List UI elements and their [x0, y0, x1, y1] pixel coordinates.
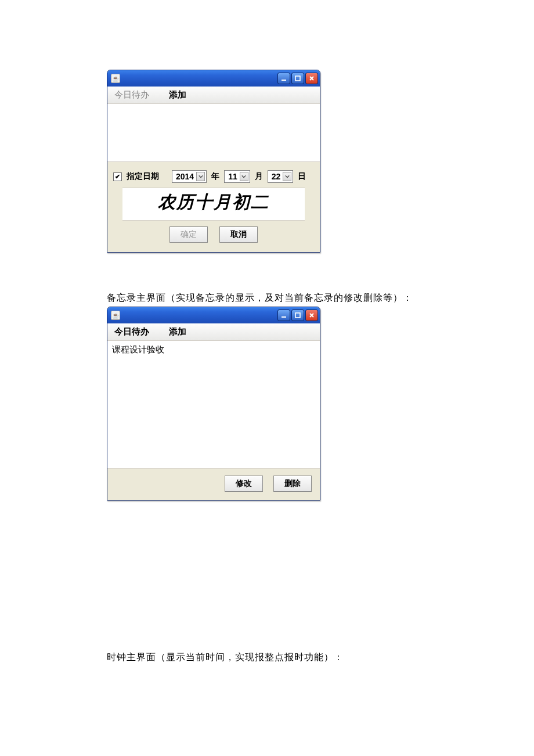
minimize-button[interactable]: [277, 73, 290, 84]
java-icon: ☕: [111, 311, 120, 320]
java-icon: ☕: [111, 74, 120, 83]
year-select[interactable]: 2014: [172, 170, 207, 183]
specify-date-checkbox[interactable]: ✔: [113, 172, 122, 181]
button-row: 确定 取消: [107, 221, 320, 252]
month-select[interactable]: 11: [224, 170, 250, 183]
maximize-button[interactable]: [291, 309, 304, 321]
lunar-date-label: 农历十月初二: [122, 188, 305, 221]
svg-rect-2: [282, 316, 286, 318]
memo-main-window: ☕ 今日待办 添加 课程设计验收 修改 删除: [107, 307, 320, 501]
close-button[interactable]: [305, 73, 318, 84]
list-item[interactable]: 课程设计验收: [112, 344, 315, 355]
edit-button[interactable]: 修改: [225, 476, 263, 492]
menu-today-todo[interactable]: 今日待办: [111, 88, 153, 102]
chevron-down-icon: [240, 172, 248, 181]
caption-memo-main: 备忘录主界面（实现备忘录的显示，及对当前备忘录的修改删除等）：: [107, 292, 427, 304]
ok-button[interactable]: 确定: [169, 226, 208, 243]
month-label: 月: [255, 171, 263, 182]
day-select[interactable]: 22: [268, 170, 294, 183]
close-button[interactable]: [305, 309, 318, 321]
memo-list[interactable]: 课程设计验收: [107, 341, 320, 469]
memo-textarea[interactable]: [107, 104, 320, 162]
cancel-button[interactable]: 取消: [219, 226, 258, 243]
minimize-button[interactable]: [277, 309, 290, 321]
chevron-down-icon: [283, 172, 291, 181]
day-value: 22: [272, 172, 281, 181]
svg-rect-3: [295, 313, 300, 318]
menubar: 今日待办 添加: [107, 87, 320, 104]
delete-button[interactable]: 删除: [273, 476, 312, 492]
menu-add[interactable]: 添加: [165, 88, 190, 102]
svg-rect-0: [282, 80, 286, 81]
day-label: 日: [298, 171, 306, 182]
titlebar[interactable]: ☕: [107, 307, 320, 323]
maximize-button[interactable]: [291, 73, 304, 84]
button-row: 修改 删除: [107, 469, 320, 500]
add-memo-window: ☕ 今日待办 添加 ✔ 指定日期 2014 年: [107, 70, 320, 253]
menu-today-todo[interactable]: 今日待办: [111, 325, 153, 339]
month-value: 11: [228, 172, 237, 181]
specify-date-label: 指定日期: [127, 171, 159, 182]
year-label: 年: [211, 171, 219, 182]
menu-add[interactable]: 添加: [165, 325, 190, 339]
menubar: 今日待办 添加: [107, 323, 320, 341]
titlebar[interactable]: ☕: [107, 70, 320, 87]
caption-clock-main: 时钟主界面（显示当前时间，实现报整点报时功能）：: [107, 651, 427, 664]
svg-rect-1: [295, 76, 300, 81]
year-value: 2014: [176, 172, 194, 181]
date-row: ✔ 指定日期 2014 年 11 月 22 日: [107, 162, 320, 188]
chevron-down-icon: [196, 172, 205, 181]
